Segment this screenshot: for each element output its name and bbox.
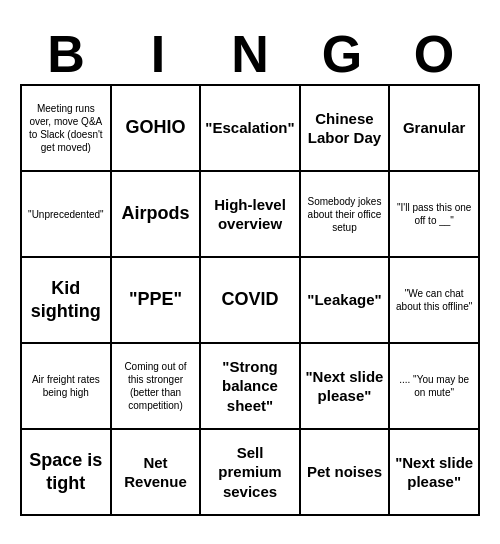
bingo-cell-6: Airpods [112, 172, 202, 258]
bingo-cell-10: Kid sighting [22, 258, 112, 344]
bingo-cell-9: "I'll pass this one off to __" [390, 172, 480, 258]
bingo-cell-8: Somebody jokes about their office setup [301, 172, 391, 258]
bingo-cell-24: "Next slide please" [390, 430, 480, 516]
bingo-cell-23: Pet noises [301, 430, 391, 516]
title-o: O [391, 28, 477, 80]
bingo-cell-4: Granular [390, 86, 480, 172]
bingo-cell-14: "We can chat about this offline" [390, 258, 480, 344]
bingo-cell-1: GOHIO [112, 86, 202, 172]
bingo-cell-3: Chinese Labor Day [301, 86, 391, 172]
bingo-cell-16: Coming out of this stronger (better than… [112, 344, 202, 430]
bingo-cell-7: High-level overview [201, 172, 300, 258]
bingo-cell-2: "Escalation" [201, 86, 300, 172]
bingo-cell-11: "PPE" [112, 258, 202, 344]
title-i: I [115, 28, 201, 80]
bingo-title: B I N G O [20, 28, 480, 80]
bingo-grid: Meeting runs over, move Q&A to Slack (do… [20, 84, 480, 516]
bingo-cell-19: .... "You may be on mute" [390, 344, 480, 430]
title-n: N [207, 28, 293, 80]
bingo-cell-18: "Next slide please" [301, 344, 391, 430]
bingo-card: B I N G O Meeting runs over, move Q&A to… [10, 18, 490, 526]
bingo-cell-22: Sell premium sevices [201, 430, 300, 516]
bingo-cell-17: "Strong balance sheet" [201, 344, 300, 430]
bingo-cell-13: "Leakage" [301, 258, 391, 344]
bingo-cell-5: "Unprecedented" [22, 172, 112, 258]
bingo-cell-20: Space is tight [22, 430, 112, 516]
title-g: G [299, 28, 385, 80]
bingo-cell-21: Net Revenue [112, 430, 202, 516]
bingo-cell-12: COVID [201, 258, 300, 344]
bingo-cell-0: Meeting runs over, move Q&A to Slack (do… [22, 86, 112, 172]
bingo-cell-15: Air freight rates being high [22, 344, 112, 430]
title-b: B [23, 28, 109, 80]
